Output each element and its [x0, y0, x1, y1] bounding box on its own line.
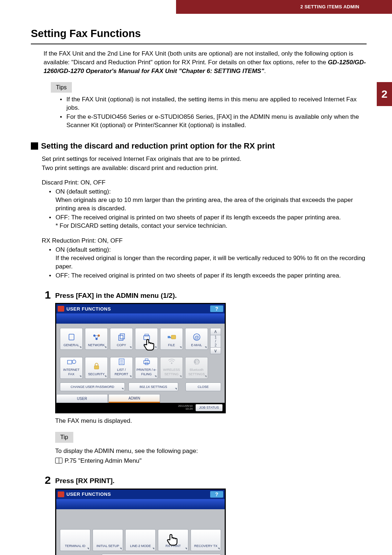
svg-line-6	[94, 336, 97, 339]
close-button[interactable]: CLOSE	[185, 382, 221, 391]
svg-rect-15	[68, 360, 72, 364]
svg-text:@: @	[194, 335, 199, 340]
tile-terminal-id[interactable]: TERMINAL ID	[60, 529, 90, 551]
tab-admin[interactable]: ADMIN	[109, 394, 160, 403]
tile-list-report[interactable]: LIST / REPORT	[110, 357, 133, 379]
tile-fax[interactable]: FAX	[135, 328, 158, 350]
svg-line-7	[97, 336, 99, 339]
divider	[31, 44, 367, 44]
svg-rect-17	[94, 366, 99, 369]
svg-rect-1	[69, 334, 74, 340]
tip-reference: P.75 "Entering Admin Menu"	[65, 457, 142, 464]
chapter-side-tab: 2	[377, 82, 392, 106]
svg-rect-8	[119, 335, 123, 340]
tips-label: Tips	[51, 82, 72, 93]
tile-email[interactable]: @E-MAIL	[185, 328, 208, 350]
step-title: Press [RX PRINT].	[55, 476, 367, 486]
rx-title: RX Reduction Print: ON, OFF	[42, 237, 367, 245]
tab-user[interactable]: USER	[56, 394, 108, 403]
svg-rect-9	[120, 334, 124, 339]
tips-list: If the FAX Unit (optional) is not instal…	[60, 96, 367, 130]
tile-secure-receive[interactable]: SECURE RECEIVE	[102, 554, 221, 555]
tip-item: For the e-STUDIO456 Series or e-STUDIO85…	[60, 113, 367, 130]
svg-rect-0	[31, 142, 38, 150]
svg-rect-12	[171, 335, 176, 339]
tile-network[interactable]: NETWORK	[85, 328, 108, 350]
scroll-up-button[interactable]: ∧	[210, 328, 221, 335]
rx-opt: ON (default setting): If the received or…	[49, 246, 367, 271]
tile-general[interactable]: GENERAL	[60, 328, 83, 350]
change-password-button[interactable]: CHANGE USER PASSWORD	[60, 382, 125, 391]
svg-rect-23	[145, 359, 148, 361]
tile-rx-print[interactable]: RX PRINT	[158, 529, 188, 551]
tile-security[interactable]: SECURITY	[85, 357, 108, 379]
tile-wireless: WIRELESS SETTING	[160, 357, 183, 379]
tile-bluetooth: Bluetooth SETTINGS	[185, 357, 208, 379]
page-title: Setting Fax Functions	[31, 27, 367, 41]
tile-initial-setup[interactable]: INITIAL SETUP	[93, 529, 123, 551]
scroll-down-button[interactable]: ∨	[210, 347, 221, 355]
header-section: 2 SETTING ITEMS ADMIN	[300, 4, 359, 10]
app-icon	[58, 306, 64, 312]
svg-point-16	[72, 360, 76, 364]
panel-title: USER FUNCTIONS	[66, 306, 111, 312]
rx-opt: OFF: The received original is printed on…	[49, 272, 367, 280]
device-panel: USER FUNCTIONS ? TERMINAL ID INITIAL SET…	[55, 489, 226, 555]
book-icon	[55, 458, 62, 463]
discard-title: Discard Print: ON, OFF	[42, 179, 367, 187]
step-title: Press [FAX] in the ADMIN menu (1/2).	[55, 291, 367, 300]
svg-rect-22	[144, 361, 150, 364]
step-number: 1	[31, 289, 55, 465]
discard-opt: ON (default setting): When originals are…	[49, 188, 367, 213]
job-status-button[interactable]: JOB STATUS	[196, 404, 222, 411]
8021x-settings-button[interactable]: 802.1X SETTINGS	[128, 382, 178, 391]
tile-printer-efiling[interactable]: PRINTER / e-FILING	[135, 357, 158, 379]
tile-recovery-tx[interactable]: RECOVERY TX	[191, 529, 221, 551]
help-button[interactable]: ?	[210, 491, 223, 498]
tile-file[interactable]: FILE	[160, 328, 183, 350]
discard-opt: OFF: The received original is printed on…	[49, 214, 367, 230]
page-indicator: 1 / 2	[210, 335, 221, 347]
square-bullet-icon	[31, 142, 38, 150]
intro-paragraph: If the FAX Unit and the 2nd Line for FAX…	[44, 49, 367, 75]
panel-title: USER FUNCTIONS	[66, 491, 111, 498]
timestamp: 2011/05/10 10:24	[178, 405, 193, 410]
header-bar: 2 SETTING ITEMS ADMIN	[176, 0, 392, 14]
tile-internet-fax[interactable]: INTERNET FAX	[60, 357, 83, 379]
device-panel: USER FUNCTIONS ? GENERAL NETWORK COPY FA…	[55, 303, 226, 413]
subsection-heading: Setting the discard and reduction print …	[31, 141, 367, 151]
section-body: Set print settings for received Internet…	[42, 155, 367, 280]
step-number: 2	[31, 475, 55, 555]
help-button[interactable]: ?	[210, 305, 223, 312]
tip-text: To display the ADMIN menu, see the follo…	[55, 447, 367, 455]
svg-rect-10	[144, 336, 150, 340]
tile-line2-mode[interactable]: LINE-2 MODE	[125, 529, 156, 551]
tip-item: If the FAX Unit (optional) is not instal…	[60, 96, 367, 112]
step-after-text: The FAX menu is displayed.	[55, 417, 367, 425]
tile-copy[interactable]: COPY	[110, 328, 133, 350]
app-icon	[58, 491, 64, 497]
tip-label: Tip	[55, 432, 73, 443]
svg-point-25	[171, 362, 172, 364]
